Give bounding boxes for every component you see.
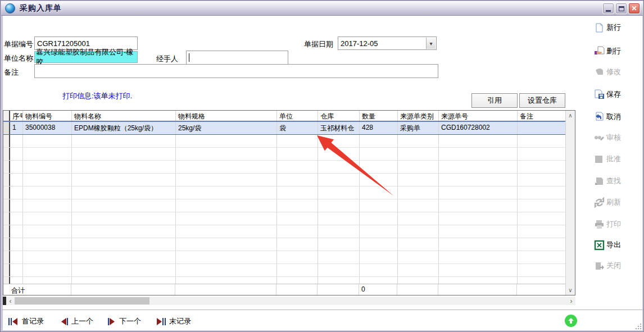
empty-row	[3, 161, 566, 174]
window-title: 采购入库单	[20, 3, 62, 13]
chevron-down-icon[interactable]: ▾	[426, 38, 436, 49]
empty-row	[3, 238, 566, 251]
last-record-icon	[156, 318, 166, 325]
unit-name-label: 单位名称	[4, 53, 33, 63]
empty-row	[3, 277, 566, 284]
row-selector[interactable]	[3, 122, 10, 134]
handler-label: 经手人	[156, 54, 178, 64]
scrollbar-thumb[interactable]	[15, 297, 149, 304]
first-record-button[interactable]: 首记录	[8, 316, 44, 326]
empty-row	[3, 148, 566, 161]
globe-app-icon	[5, 3, 15, 13]
print-button: 打印	[594, 217, 642, 231]
col-source-no: 来源单号	[439, 111, 518, 121]
table-total-row: 合计 0	[3, 284, 566, 295]
audit-button: 审核	[594, 131, 642, 144]
col-seq: 序号	[10, 111, 23, 121]
remark-input[interactable]	[34, 64, 438, 78]
next-record-icon	[108, 318, 116, 325]
first-record-icon	[8, 318, 19, 325]
close-button[interactable]: ✕	[628, 3, 640, 14]
cancel-button[interactable]: 取消	[594, 110, 642, 124]
col-remark: 备注	[518, 111, 566, 121]
print-icon	[594, 219, 605, 230]
modify-button: 修改	[594, 65, 642, 79]
close-form-icon	[594, 261, 605, 271]
close-icon: ✕	[631, 4, 637, 12]
modify-icon	[594, 67, 605, 78]
empty-row	[3, 187, 566, 199]
refresh-button: 刷新	[594, 195, 642, 209]
total-quantity: 0	[359, 284, 397, 295]
handler-input[interactable]	[186, 51, 288, 65]
new-row-button[interactable]: 新行	[594, 21, 642, 34]
row-selector-header	[3, 111, 10, 121]
save-button[interactable]: 保存	[594, 88, 642, 101]
empty-row	[3, 212, 566, 225]
scroll-up-icon[interactable]: ∧	[566, 111, 575, 120]
white-arrow-icon	[568, 317, 574, 324]
new-row-icon	[594, 22, 605, 33]
export-excel-icon	[594, 240, 605, 251]
title-bar[interactable]: 采购入库单 ✕	[1, 1, 643, 16]
export-button[interactable]: 导出	[594, 238, 642, 252]
maximize-icon	[619, 6, 624, 11]
text-caret	[189, 53, 189, 62]
cancel-icon	[594, 112, 605, 122]
footer-divider	[2, 310, 643, 310]
empty-row	[3, 135, 566, 148]
unit-name-field[interactable]: 嘉兴绿能塑胶制品有限公司-橡胶	[34, 51, 138, 63]
next-record-button[interactable]: 下一个	[108, 316, 141, 326]
empty-row	[3, 225, 566, 238]
scroll-left-icon[interactable]: ‹	[6, 297, 15, 305]
status-green-button[interactable]	[565, 315, 577, 327]
app-window: 采购入库单 ✕ 单据编号 CGR171205001 单据日期 2017-12-0…	[0, 0, 644, 332]
reference-button[interactable]: 引用	[471, 93, 518, 108]
col-material-name: 物料名称	[72, 111, 176, 121]
scroll-right-icon[interactable]: ›	[567, 297, 575, 305]
delete-row-button[interactable]: 删行	[594, 44, 642, 58]
save-icon	[594, 89, 605, 100]
total-label: 合计	[3, 284, 71, 295]
approve-icon	[594, 154, 605, 165]
find-icon	[594, 176, 605, 187]
col-material-spec: 物料规格	[176, 111, 277, 121]
minimize-icon	[606, 10, 611, 12]
resize-grip[interactable]	[633, 322, 641, 329]
vertical-scrollbar[interactable]: ∧ ∨	[565, 111, 575, 295]
col-source-type: 来源单类别	[398, 111, 439, 121]
audit-icon	[594, 133, 605, 143]
refresh-icon	[594, 197, 605, 208]
doc-date-combo[interactable]: 2017-12-05 ▾	[338, 37, 437, 50]
print-info-text: 打印信息:该单未打印.	[62, 91, 132, 101]
table-header-row: 序号 物料编号 物料名称 物料规格 单位 仓库 数量 来源单类别 来源单号 备注	[3, 111, 566, 121]
remark-label: 备注	[4, 67, 19, 78]
maximize-button[interactable]	[615, 3, 627, 14]
empty-row	[3, 174, 566, 187]
find-button: 查找	[594, 174, 642, 188]
previous-record-icon	[60, 318, 68, 325]
doc-no-label: 单据编号	[4, 39, 33, 49]
col-material-code: 物料编号	[23, 111, 72, 121]
close-form-button: 关闭	[594, 259, 642, 272]
scroll-down-icon[interactable]: ∨	[566, 285, 575, 295]
empty-row	[3, 199, 566, 212]
delete-row-icon	[594, 46, 605, 57]
horizontal-scrollbar[interactable]: ‹ ›	[3, 297, 575, 305]
last-record-button[interactable]: 末记录	[156, 316, 191, 326]
col-quantity: 数量	[360, 111, 398, 121]
set-warehouse-button[interactable]: 设置仓库	[519, 93, 565, 108]
col-warehouse: 仓库	[318, 111, 360, 121]
col-unit: 单位	[277, 111, 318, 121]
minimize-button[interactable]	[602, 3, 614, 14]
previous-record-button[interactable]: 上一个	[60, 316, 93, 326]
empty-row	[3, 251, 566, 264]
items-table: 序号 物料编号 物料名称 物料规格 单位 仓库 数量 来源单类别 来源单号 备注…	[3, 110, 575, 295]
empty-row	[3, 264, 566, 277]
table-row[interactable]: 1 35000038 EPDM橡胶颗粒（25kg/袋） 25kg/袋 袋 玉祁材…	[3, 121, 566, 135]
approve-button: 批准	[594, 152, 642, 166]
doc-date-label: 单据日期	[304, 39, 333, 49]
table-body: 1 35000038 EPDM橡胶颗粒（25kg/袋） 25kg/袋 袋 玉祁材…	[3, 121, 566, 284]
